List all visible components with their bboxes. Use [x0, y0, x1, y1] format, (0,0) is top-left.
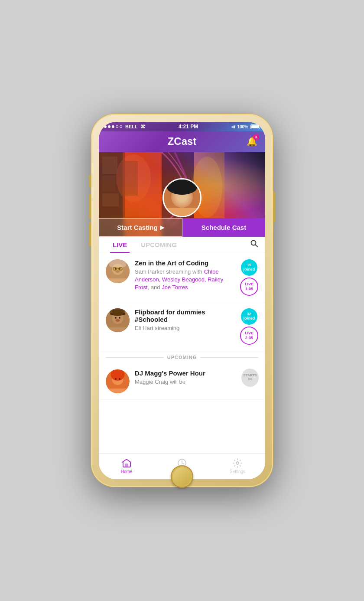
tab-live-label: LIVE [113, 241, 127, 248]
bluetooth-icon: ⇉ [231, 124, 235, 129]
starts-in-indicator: STARTS IN [242, 369, 258, 386]
svg-point-45 [119, 378, 120, 380]
cast-meta-upcoming-1: STARTS IN [242, 369, 258, 386]
svg-point-18 [179, 196, 185, 200]
upcoming-divider: UPCOMING [99, 351, 265, 363]
cast-item-1[interactable]: Zen in the Art of Coding Sam Parker stre… [99, 253, 265, 302]
mute-button [89, 175, 91, 188]
svg-point-17 [184, 193, 186, 196]
svg-rect-3 [102, 193, 119, 206]
live-label-2: LIVE [245, 331, 254, 336]
nav-item-home[interactable]: Home [99, 456, 154, 476]
nav-label-home: Home [121, 469, 133, 474]
svg-rect-47 [125, 464, 128, 467]
tab-upcoming[interactable]: UPCOMING [134, 237, 184, 253]
live-label-1: LIVE [245, 282, 254, 287]
home-button[interactable] [171, 465, 193, 488]
cast-desc-prefix-2: Eli Hart streaming [135, 325, 179, 331]
cast-meta-1: 15 joined LIVE 1:05 [240, 259, 258, 296]
cast-avatar-1 [106, 259, 130, 283]
svg-point-14 [183, 182, 193, 195]
svg-rect-28 [106, 278, 130, 283]
status-left: BELL ⌘ [104, 124, 145, 130]
signal-dot-3 [112, 125, 114, 128]
volume-down-button [89, 222, 91, 246]
status-bar: BELL ⌘ 4:21 PM ⇉ 100% [99, 122, 265, 131]
cast-info-upcoming-1: DJ Magg's Power Hour Maggie Craig will b… [135, 369, 237, 386]
svg-point-10 [173, 186, 191, 204]
gear-icon [232, 458, 243, 468]
cast-avatar-2 [106, 308, 130, 332]
notification-bell[interactable]: 🔔 3 [245, 135, 258, 148]
battery-percent: 100% [237, 124, 248, 129]
app-header: ZCast 🔔 3 [99, 131, 265, 152]
start-casting-label: Start Casting [117, 224, 157, 231]
home-icon [121, 458, 132, 468]
search-icon [250, 240, 258, 248]
svg-point-36 [119, 317, 120, 319]
live-time-1: 1:05 [245, 287, 253, 291]
nav-label-settings: Settings [230, 469, 245, 474]
svg-point-35 [115, 317, 117, 319]
nav-item-settings[interactable]: Settings [210, 456, 265, 476]
start-casting-button[interactable]: Start Casting ▶ [99, 218, 182, 237]
cast-info-2: Flipboard for dummies #Schooled Eli Hart… [135, 308, 235, 332]
power-button [273, 192, 275, 222]
cast-item-2[interactable]: Flipboard for dummies #Schooled Eli Hart… [99, 302, 265, 351]
svg-point-44 [115, 378, 117, 380]
svg-rect-1 [102, 157, 117, 174]
microphone-icon: ▶ [160, 224, 164, 231]
signal-dot-4 [116, 125, 118, 128]
cast-avatar-1-image [106, 259, 130, 283]
starts-in-badge: STARTS IN [241, 369, 258, 387]
notification-badge: 3 [253, 134, 259, 140]
svg-point-20 [251, 241, 256, 245]
signal-dot-5 [120, 125, 122, 128]
svg-point-13 [171, 182, 181, 195]
hero-avatar-image [164, 180, 200, 216]
divider-line-right [200, 357, 258, 358]
tab-live[interactable]: LIVE [106, 237, 134, 253]
svg-rect-2 [102, 176, 115, 191]
svg-point-11 [171, 180, 193, 196]
tabs-area: LIVE UPCOMING [99, 237, 265, 253]
cast-title-2: Flipboard for dummies #Schooled [135, 308, 235, 323]
svg-rect-38 [106, 327, 130, 332]
cast-desc-upcoming-prefix-1: Maggie Craig will be [135, 379, 185, 385]
svg-rect-19 [164, 208, 200, 216]
svg-point-27 [116, 270, 120, 273]
phone-screen: BELL ⌘ 4:21 PM ⇉ 100% ZCast 🔔 3 [99, 122, 265, 479]
signal-dot-2 [108, 125, 110, 128]
cast-avatar-upcoming-1-image [106, 369, 130, 393]
svg-rect-24 [109, 259, 126, 267]
divider-label: UPCOMING [167, 355, 197, 360]
wifi-icon: ⌘ [140, 124, 145, 130]
cast-avatar-2-image [106, 308, 130, 332]
app-title: ZCast [119, 135, 245, 147]
app-screen: BELL ⌘ 4:21 PM ⇉ 100% ZCast 🔔 3 [99, 122, 265, 479]
svg-point-15 [172, 180, 192, 193]
cast-avatar-upcoming-1 [106, 369, 130, 393]
joined-badge-2: 32 joined [241, 308, 257, 325]
svg-line-21 [256, 245, 258, 247]
svg-point-51 [236, 462, 239, 464]
cast-item-upcoming-1[interactable]: DJ Magg's Power Hour Maggie Craig will b… [99, 363, 265, 400]
schedule-cast-button[interactable]: Schedule Cast [182, 218, 265, 237]
battery-icon [250, 124, 260, 129]
cast-title-upcoming-1: DJ Magg's Power Hour [135, 369, 237, 377]
schedule-cast-label: Schedule Cast [202, 224, 246, 231]
phone-frame: BELL ⌘ 4:21 PM ⇉ 100% ZCast 🔔 3 [91, 114, 273, 487]
search-button[interactable] [250, 240, 258, 250]
joined-label-2: joined [244, 317, 255, 321]
svg-point-12 [169, 180, 195, 196]
cast-desc-suffix-1: , and [148, 284, 162, 291]
svg-point-5 [116, 154, 151, 202]
live-time-2: 2:35 [245, 336, 253, 340]
cast-desc-1: Sam Parker streaming with Chloe Anderson… [135, 268, 235, 292]
status-right: ⇉ 100% [231, 124, 260, 129]
svg-line-50 [182, 463, 184, 464]
hero-face-svg [164, 180, 200, 216]
cast-meta-2: 32 joined LIVE 2:35 [240, 308, 258, 345]
cast-last-host-1: Joe Torres [162, 284, 188, 291]
cast-desc-upcoming-1: Maggie Craig will be [135, 378, 237, 386]
